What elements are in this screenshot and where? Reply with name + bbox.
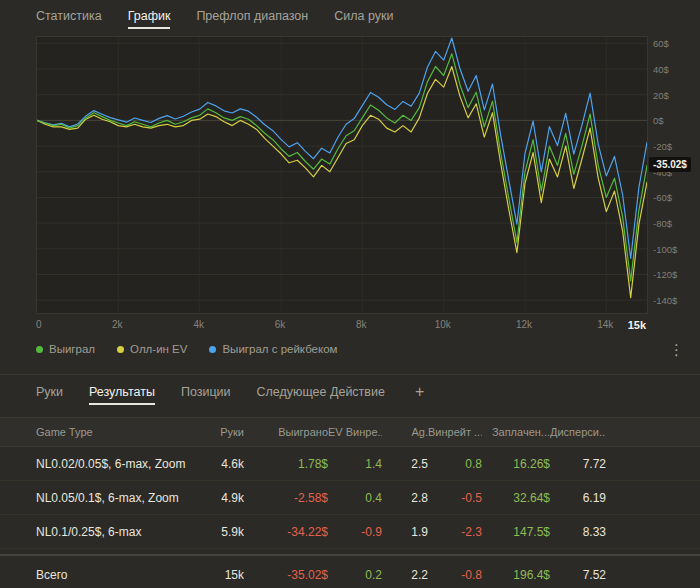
table-cell: 147.5$ <box>482 525 550 539</box>
column-header[interactable]: EV Винре... <box>328 426 382 438</box>
column-header[interactable]: Дисперси... <box>550 426 606 438</box>
chart-section: 60$40$20$0$-20$-40$-60$-80$-100$-120$-14… <box>0 36 700 361</box>
table-cell: 1.4 <box>328 457 382 471</box>
game-type-cell: NL0.1/0.25$, 6-max <box>36 525 194 539</box>
x-axis-label: 6k <box>275 319 286 330</box>
x-axis-label: 15k <box>628 319 646 331</box>
tab-results[interactable]: Результаты <box>89 385 155 405</box>
table-cell: 15k <box>194 568 244 582</box>
y-axis-label: -80$ <box>653 218 672 229</box>
table-cell: 2.5 <box>382 457 428 471</box>
table-cell: 0.2 <box>328 568 382 582</box>
y-axis-label: -20$ <box>653 141 672 152</box>
x-axis-label: 0 <box>36 319 42 330</box>
table-cell: 2.2 <box>382 568 428 582</box>
add-tab-button[interactable]: + <box>415 385 424 399</box>
table-row[interactable]: NL0.1/0.25$, 6-max5.9k-34.22$-0.91.9-2.3… <box>0 515 700 549</box>
table-cell: 2.8 <box>382 491 428 505</box>
table-cell: -35.02$ <box>244 568 328 582</box>
table-total-row[interactable]: Всего15k-35.02$0.22.2-0.8196.4$7.52 <box>0 554 700 588</box>
table-cell: 1.78$ <box>244 457 328 471</box>
y-axis-label: -140$ <box>653 295 677 306</box>
game-type-cell: Всего <box>36 568 194 582</box>
x-axis-label: 12k <box>516 319 532 330</box>
table-row[interactable]: NL0.05/0.1$, 6-max, Zoom4.9k-2.58$0.42.8… <box>0 481 700 515</box>
y-axis-label: -100$ <box>653 244 677 255</box>
game-type-cell: NL0.02/0.05$, 6-max, Zoom <box>36 457 194 471</box>
table-cell: -0.8 <box>428 568 482 582</box>
legend-item[interactable]: Выиграл с рейкбеком <box>209 343 337 355</box>
table-cell: 1.9 <box>382 525 428 539</box>
table-cell: 0.4 <box>328 491 382 505</box>
table-cell: 16.26$ <box>482 457 550 471</box>
table-cell: 4.6k <box>194 457 244 471</box>
table-header: Game TypeРукиВыиграноEV Винре...Ag.Винре… <box>0 417 700 447</box>
column-header-game-type[interactable]: Game Type <box>36 426 194 438</box>
table-cell: 0.8 <box>428 457 482 471</box>
y-axis-label: 20$ <box>653 90 669 101</box>
legend-label: Выиграл <box>49 343 95 355</box>
tab-positions[interactable]: Позиции <box>181 385 231 405</box>
tab-hands[interactable]: Руки <box>36 385 63 405</box>
current-value-badge: -35.02$ <box>649 157 691 172</box>
tab-preflop-range[interactable]: Префлоп диапазон <box>196 9 308 29</box>
x-axis-label: 4k <box>193 319 204 330</box>
y-axis-label: 40$ <box>653 64 669 75</box>
legend-dot-icon <box>117 346 124 353</box>
table-cell: 7.72 <box>550 457 606 471</box>
table-cell: -2.58$ <box>244 491 328 505</box>
table-cell: 196.4$ <box>482 568 550 582</box>
legend-label: Олл-ин EV <box>130 343 187 355</box>
x-axis-label: 2k <box>112 319 123 330</box>
column-header[interactable]: Винрейт ... <box>428 426 482 438</box>
winnings-chart[interactable] <box>36 36 648 314</box>
table-cell: -34.22$ <box>244 525 328 539</box>
legend-label: Выиграл с рейкбеком <box>222 343 337 355</box>
table-cell: 7.52 <box>550 568 606 582</box>
game-type-cell: NL0.05/0.1$, 6-max, Zoom <box>36 491 194 505</box>
column-header[interactable]: Выиграно <box>244 426 328 438</box>
results-table: Game TypeРукиВыиграноEV Винре...Ag.Винре… <box>0 417 700 588</box>
x-axis-label: 10k <box>435 319 451 330</box>
y-axis-label: 60$ <box>653 38 669 49</box>
bottom-tab-bar: Руки Результаты Позиции Следующее Действ… <box>0 375 700 411</box>
column-header[interactable]: Руки <box>194 426 244 438</box>
chart-svg <box>37 37 647 313</box>
table-cell: 6.19 <box>550 491 606 505</box>
legend-item[interactable]: Выиграл <box>36 343 95 355</box>
table-cell: -2.3 <box>428 525 482 539</box>
top-tab-bar: Статистика График Префлоп диапазон Сила … <box>0 0 700 33</box>
tab-statistics[interactable]: Статистика <box>36 9 102 29</box>
x-axis-label: 14k <box>597 319 613 330</box>
table-cell: 5.9k <box>194 525 244 539</box>
x-axis-labels: 02k4k6k8k10k12k14k15k <box>36 319 648 335</box>
y-axis-label: -60$ <box>653 192 672 203</box>
y-axis-labels: 60$40$20$0$-20$-40$-60$-80$-100$-120$-14… <box>653 37 699 315</box>
tab-next-action[interactable]: Следующее Действие <box>257 385 385 405</box>
tab-chart[interactable]: График <box>128 9 171 29</box>
table-body: NL0.02/0.05$, 6-max, Zoom4.6k1.78$1.42.5… <box>0 447 700 549</box>
results-section: Руки Результаты Позиции Следующее Действ… <box>0 374 700 588</box>
legend-dot-icon <box>209 346 216 353</box>
column-header[interactable]: Заплачен... <box>482 426 550 438</box>
x-axis-label: 8k <box>356 319 367 330</box>
more-options-icon[interactable]: ⋮ <box>665 341 688 359</box>
table-cell: 8.33 <box>550 525 606 539</box>
table-cell: 32.64$ <box>482 491 550 505</box>
y-axis-label: 0$ <box>653 115 664 126</box>
legend-item[interactable]: Олл-ин EV <box>117 343 187 355</box>
table-cell: 4.9k <box>194 491 244 505</box>
tab-hand-strength[interactable]: Сила руки <box>334 9 393 29</box>
column-header[interactable]: Ag. <box>382 426 428 438</box>
legend-dot-icon <box>36 346 43 353</box>
chart-legend-row: ВыигралОлл-ин EVВыиграл с рейкбеком ⋮ <box>0 343 700 361</box>
table-row[interactable]: NL0.02/0.05$, 6-max, Zoom4.6k1.78$1.42.5… <box>0 447 700 481</box>
table-cell: -0.5 <box>428 491 482 505</box>
table-cell: -0.9 <box>328 525 382 539</box>
y-axis-label: -120$ <box>653 269 677 280</box>
chart-legend: ВыигралОлл-ин EVВыиграл с рейкбеком <box>36 343 700 355</box>
